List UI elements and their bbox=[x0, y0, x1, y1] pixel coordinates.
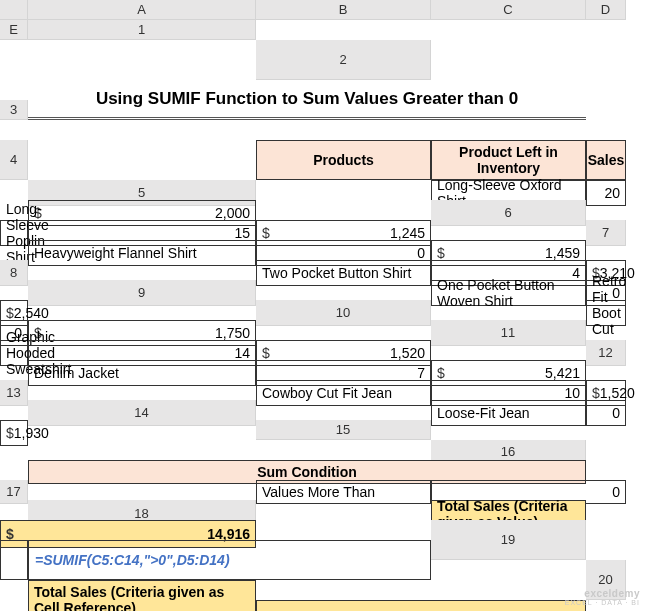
col-C[interactable]: C bbox=[431, 0, 586, 20]
col-B[interactable]: B bbox=[256, 0, 431, 20]
blank-cell[interactable] bbox=[0, 540, 28, 580]
spreadsheet-grid: A B C D E 1 2 Using SUMIF Function to Su… bbox=[0, 0, 650, 611]
total-sales-cellref-label[interactable]: Total Sales (Criteria given as Cell Refe… bbox=[28, 580, 256, 611]
row-2[interactable]: 2 bbox=[256, 40, 431, 80]
th-products[interactable]: Products bbox=[256, 140, 431, 180]
row-3[interactable]: 3 bbox=[0, 100, 28, 120]
row-15[interactable]: 15 bbox=[256, 420, 431, 440]
col-D[interactable]: D bbox=[586, 0, 626, 20]
watermark: exceldemy EXCEL · DATA · BI bbox=[565, 588, 640, 607]
formula-1[interactable]: =SUMIF(C5:C14,">0",D5:D14) bbox=[28, 540, 431, 580]
th-inventory[interactable]: Product Left in Inventory bbox=[431, 140, 586, 180]
col-A[interactable]: A bbox=[28, 0, 256, 20]
total-sales-cellref-result[interactable]: $14,916 bbox=[256, 600, 586, 611]
page-title: Using SUMIF Function to Sum Values Great… bbox=[28, 80, 586, 120]
row-4[interactable]: 4 bbox=[0, 140, 28, 180]
row-19[interactable]: 19 bbox=[431, 520, 586, 560]
col-E[interactable]: E bbox=[0, 20, 28, 40]
row-1[interactable]: 1 bbox=[28, 20, 256, 40]
th-sales[interactable]: Sales bbox=[586, 140, 626, 180]
corner-cell[interactable] bbox=[0, 0, 28, 20]
